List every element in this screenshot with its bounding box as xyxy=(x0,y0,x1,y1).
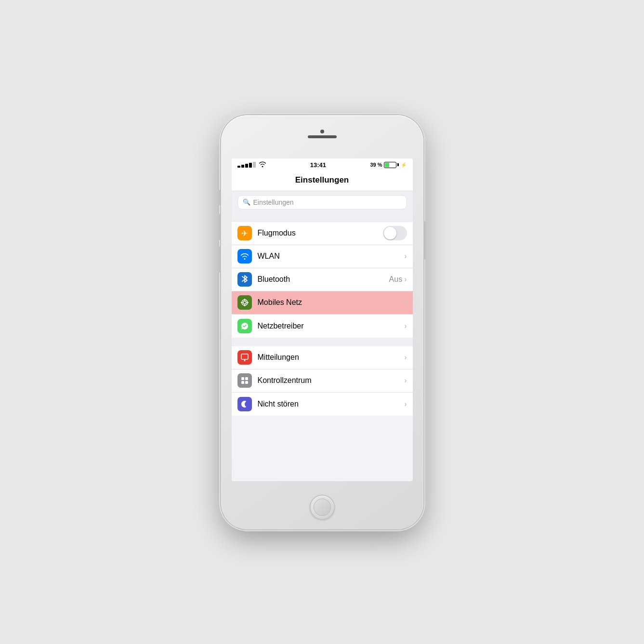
netzbetreiber-label: Netzbetreiber xyxy=(258,322,405,330)
phone-body: 13:41 39 % ⚡ Einstellungen xyxy=(221,115,423,529)
bluetooth-icon xyxy=(237,272,252,287)
toggle-knob xyxy=(384,227,396,239)
signal-bar-1 xyxy=(237,166,240,168)
status-time: 13:41 xyxy=(310,161,326,169)
flugmodus-toggle[interactable] xyxy=(383,226,407,240)
volume-down-button[interactable] xyxy=(219,246,221,273)
mobiles-netz-icon xyxy=(237,295,252,310)
svg-rect-10 xyxy=(245,377,248,380)
search-bar[interactable]: 🔍 Einstellungen xyxy=(237,195,407,210)
svg-rect-12 xyxy=(245,381,248,384)
status-left xyxy=(237,161,266,169)
mitteilungen-label: Mitteilungen xyxy=(258,353,405,362)
speaker-bar xyxy=(308,135,337,138)
bluetooth-chevron: › xyxy=(404,275,407,284)
signal-bar-5 xyxy=(253,162,256,168)
search-section: 🔍 Einstellungen xyxy=(232,191,413,213)
home-button-inner xyxy=(314,499,331,516)
camera-dot xyxy=(320,130,324,133)
signal-bars xyxy=(237,162,256,168)
signal-bar-2 xyxy=(241,165,244,168)
svg-point-7 xyxy=(244,360,245,361)
wlan-chevron: › xyxy=(404,252,407,261)
kontrollzentrum-icon xyxy=(237,373,252,388)
settings-row-kontrollzentrum[interactable]: Kontrollzentrum › xyxy=(232,369,413,393)
status-bar: 13:41 39 % ⚡ xyxy=(232,158,413,171)
nav-title: Einstellungen xyxy=(232,171,413,191)
power-button[interactable] xyxy=(423,221,425,260)
battery-body xyxy=(384,162,396,168)
settings-row-nicht-stoeren[interactable]: Nicht stören › xyxy=(232,393,413,416)
settings-row-wlan[interactable]: WLAN › xyxy=(232,245,413,268)
phone-top-area xyxy=(308,130,337,138)
kontrollzentrum-label: Kontrollzentrum xyxy=(258,376,405,385)
search-icon: 🔍 xyxy=(243,198,250,206)
netzbetreiber-icon xyxy=(237,319,252,333)
settings-row-flugmodus[interactable]: ✈ Flugmodus xyxy=(232,222,413,245)
netzbetreiber-chevron: › xyxy=(404,322,407,330)
group-spacer-2 xyxy=(232,338,413,346)
svg-rect-9 xyxy=(241,377,244,380)
wlan-icon xyxy=(237,249,252,263)
search-placeholder[interactable]: Einstellungen xyxy=(253,198,294,206)
settings-row-mobiles-netz[interactable]: Mobiles Netz › xyxy=(232,291,413,315)
kontrollzentrum-chevron: › xyxy=(404,376,407,385)
mitteilungen-chevron: › xyxy=(404,353,407,362)
svg-point-1 xyxy=(243,301,246,304)
svg-rect-11 xyxy=(241,381,244,384)
volume-up-button[interactable] xyxy=(219,214,221,240)
battery-fill xyxy=(385,163,389,167)
signal-bar-4 xyxy=(249,163,252,168)
phone-device: 13:41 39 % ⚡ Einstellungen xyxy=(221,115,423,529)
mobiles-netz-chevron: › xyxy=(404,298,407,307)
status-right: 39 % ⚡ xyxy=(370,162,407,168)
mitteilungen-icon xyxy=(237,350,252,365)
mute-button[interactable] xyxy=(219,190,221,205)
home-button[interactable] xyxy=(310,495,335,520)
nicht-stoeren-label: Nicht stören xyxy=(258,400,405,408)
settings-group-notifications: Mitteilungen › Kontrollzentrum › xyxy=(232,346,413,416)
wlan-label: WLAN xyxy=(258,252,405,261)
bluetooth-value: Aus xyxy=(389,275,403,284)
battery-icon xyxy=(384,162,399,168)
bluetooth-label: Bluetooth xyxy=(258,275,389,284)
settings-row-mitteilungen[interactable]: Mitteilungen › xyxy=(232,346,413,369)
phone-screen: 13:41 39 % ⚡ Einstellungen xyxy=(232,158,413,481)
flugmodus-icon: ✈ xyxy=(237,226,252,240)
battery-percent: 39 % xyxy=(370,162,382,168)
settings-group-connectivity: ✈ Flugmodus WLAN xyxy=(232,222,413,338)
mobiles-netz-label: Mobiles Netz xyxy=(258,298,405,307)
svg-rect-6 xyxy=(241,354,248,359)
battery-tip xyxy=(397,163,399,166)
settings-row-netzbetreiber[interactable]: Netzbetreiber › xyxy=(232,315,413,338)
charging-icon: ⚡ xyxy=(401,162,407,168)
flugmodus-label: Flugmodus xyxy=(258,229,383,237)
wifi-status-icon xyxy=(259,161,266,169)
settings-row-bluetooth[interactable]: Bluetooth Aus › xyxy=(232,268,413,291)
nicht-stoeren-chevron: › xyxy=(404,400,407,408)
signal-bar-3 xyxy=(245,164,248,168)
nicht-stoeren-icon xyxy=(237,397,252,411)
group-spacer-1 xyxy=(232,213,413,222)
